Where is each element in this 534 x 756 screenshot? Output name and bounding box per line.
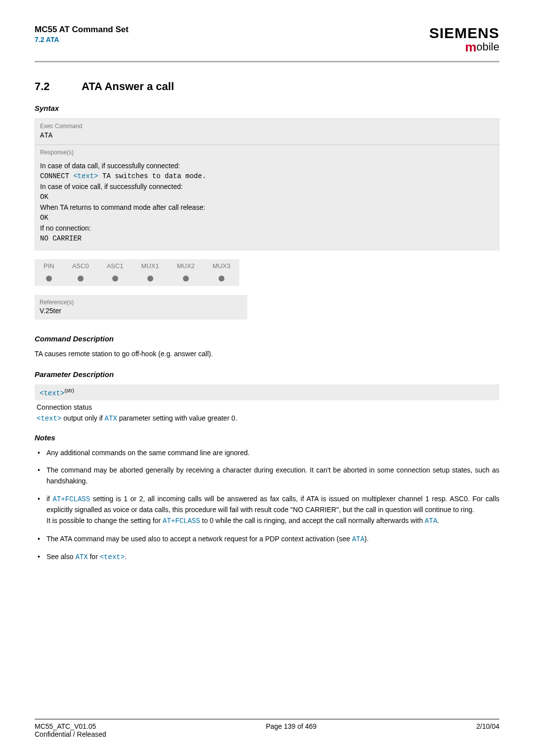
compat-col-header: MUX3 bbox=[204, 259, 239, 273]
reference-value: V.25ter bbox=[35, 307, 247, 320]
list-item: if AT+FCLASS setting is 1 or 2, all inco… bbox=[35, 494, 499, 527]
header-right: SIEMENS mobile bbox=[429, 25, 499, 55]
response-line: When TA returns to command mode after ca… bbox=[40, 202, 494, 213]
footer-confidentiality: Confidential / Released bbox=[35, 730, 106, 738]
dot-icon bbox=[46, 276, 52, 282]
footer-row: MC55_ATC_V01.05 Confidential / Released … bbox=[35, 722, 499, 738]
compat-col-header: MUX1 bbox=[133, 259, 168, 273]
response-body: In case of data call, if successfully co… bbox=[35, 158, 499, 250]
main-content: 7.2ATA Answer a call Syntax Exec Command… bbox=[35, 80, 499, 563]
parameter-title: Connection status bbox=[35, 403, 499, 411]
header-divider bbox=[35, 61, 499, 62]
compat-col-header: ASC0 bbox=[63, 259, 98, 273]
syntax-box: Exec Command ATA Response(s) In case of … bbox=[35, 118, 499, 250]
text-param-link[interactable]: <text> bbox=[73, 172, 98, 180]
reference-box: Reference(s) V.25ter bbox=[35, 295, 247, 320]
response-line: In case of voice call, if successfully c… bbox=[40, 182, 494, 192]
brand-subtitle: mobile bbox=[429, 40, 499, 55]
list-item: The ATA command may be used also to acce… bbox=[35, 534, 499, 545]
response-line: CONNECT <text> TA switches to data mode. bbox=[40, 171, 494, 182]
atfclass-link[interactable]: AT+FCLASS bbox=[53, 495, 90, 503]
ata-link[interactable]: ATA bbox=[425, 517, 437, 525]
text-param-link[interactable]: <text> bbox=[37, 415, 61, 423]
exec-command-code: ATA bbox=[35, 132, 499, 144]
footer-page-number: Page 139 of 469 bbox=[266, 722, 317, 738]
response-line: OK bbox=[40, 192, 494, 202]
text-param-link[interactable]: <text> bbox=[40, 389, 64, 397]
list-item: See also ATX for <text>. bbox=[35, 552, 499, 563]
doc-title: MC55 AT Command Set bbox=[35, 25, 129, 35]
response-label: Response(s) bbox=[35, 145, 499, 158]
atfclass-link[interactable]: AT+FCLASS bbox=[163, 517, 200, 525]
parameter-detail: <text> output only if ATX parameter sett… bbox=[35, 414, 499, 423]
compat-col-header: PIN bbox=[35, 259, 63, 273]
brand-m-icon: m bbox=[465, 40, 476, 54]
exec-command-label: Exec Command bbox=[35, 119, 499, 132]
compat-col-header: MUX2 bbox=[168, 259, 204, 273]
ata-link[interactable]: ATA bbox=[352, 535, 364, 543]
command-description-heading: Command Description bbox=[35, 334, 499, 343]
syntax-heading: Syntax bbox=[35, 104, 499, 112]
parameter-description-heading: Parameter Description bbox=[35, 370, 499, 378]
param-type-suffix: (str) bbox=[64, 387, 74, 393]
response-line: OK bbox=[40, 213, 494, 223]
dot-icon bbox=[112, 276, 118, 282]
atx-link[interactable]: ATX bbox=[105, 415, 117, 423]
list-item: Any additional commands on the same comm… bbox=[35, 448, 499, 459]
response-line: If no connection: bbox=[40, 223, 494, 234]
reference-label: Reference(s) bbox=[35, 295, 247, 307]
footer-divider bbox=[35, 719, 499, 719]
dot-icon bbox=[78, 276, 84, 282]
brand-logo: SIEMENS bbox=[429, 25, 499, 42]
notes-list: Any additional commands on the same comm… bbox=[35, 448, 499, 564]
list-item: The command may be aborted generally by … bbox=[35, 465, 499, 486]
atx-link[interactable]: ATX bbox=[75, 553, 88, 561]
dot-icon bbox=[219, 276, 224, 282]
compatibility-table: PIN ASC0 ASC1 MUX1 MUX2 MUX3 bbox=[35, 259, 239, 286]
footer-doc-id: MC55_ATC_V01.05 bbox=[35, 722, 106, 730]
header-section-ref: 7.2 ATA bbox=[35, 36, 129, 44]
command-description-text: TA causes remote station to go off-hook … bbox=[35, 349, 499, 359]
dot-icon bbox=[147, 276, 153, 282]
section-name: ATA Answer a call bbox=[82, 80, 174, 93]
page-header: MC55 AT Command Set 7.2 ATA SIEMENS mobi… bbox=[35, 25, 499, 59]
parameter-box: <text>(str) bbox=[35, 384, 499, 400]
text-param-link[interactable]: <text> bbox=[100, 553, 125, 561]
response-line: NO CARRIER bbox=[40, 234, 494, 244]
header-left: MC55 AT Command Set 7.2 ATA bbox=[35, 25, 129, 44]
page-footer: MC55_ATC_V01.05 Confidential / Released … bbox=[35, 719, 499, 738]
notes-heading: Notes bbox=[35, 433, 499, 442]
table-row: PIN ASC0 ASC1 MUX1 MUX2 MUX3 bbox=[35, 259, 239, 273]
section-title: 7.2ATA Answer a call bbox=[35, 80, 499, 93]
compat-col-header: ASC1 bbox=[98, 259, 133, 273]
footer-date: 2/10/04 bbox=[476, 722, 499, 738]
footer-left: MC55_ATC_V01.05 Confidential / Released bbox=[35, 722, 106, 738]
table-row bbox=[35, 273, 239, 286]
response-line: In case of data call, if successfully co… bbox=[40, 161, 494, 171]
dot-icon bbox=[183, 276, 189, 282]
section-number: 7.2 bbox=[35, 80, 82, 93]
